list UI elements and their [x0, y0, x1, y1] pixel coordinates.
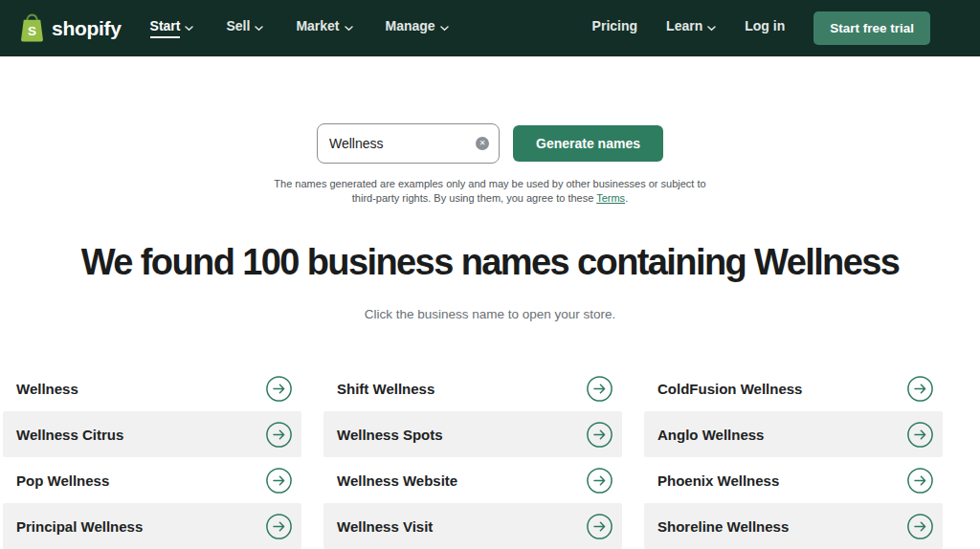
search-box: ✕ [317, 123, 500, 164]
business-name-input[interactable] [329, 136, 476, 151]
nav-item-login[interactable]: Log in [745, 18, 785, 38]
business-name-row[interactable]: Wellness Citrus [3, 411, 301, 457]
business-name-label: Principal Wellness [16, 518, 143, 535]
clear-input-icon[interactable]: ✕ [476, 137, 489, 150]
results-column-2: Shift Wellness Wellness Spots Wellness W… [323, 365, 622, 549]
business-name-label: Wellness Visit [337, 518, 433, 535]
business-name-label: ColdFusion Wellness [657, 381, 802, 397]
business-name-row[interactable]: Pop Wellness [3, 457, 301, 503]
business-name-label: Anglo Wellness [657, 427, 764, 443]
arrow-right-icon[interactable] [587, 376, 612, 402]
business-name-row[interactable]: ColdFusion Wellness [644, 365, 943, 411]
results-column-3: ColdFusion Wellness Anglo Wellness Phoen… [644, 365, 943, 549]
arrow-right-icon[interactable] [907, 422, 933, 448]
business-name-label: Shift Wellness [337, 381, 434, 397]
nav-item-start[interactable]: Start [150, 18, 194, 38]
nav-item-market[interactable]: Market [296, 18, 352, 38]
generate-names-button[interactable]: Generate names [513, 125, 663, 162]
arrow-right-icon[interactable] [907, 514, 933, 539]
business-name-label: Wellness [16, 381, 78, 397]
shopify-logo[interactable]: S shopify [19, 13, 122, 43]
arrow-right-icon[interactable] [587, 514, 612, 539]
arrow-right-icon[interactable] [907, 468, 933, 494]
business-name-label: Wellness Spots [337, 427, 443, 443]
chevron-down-icon [707, 26, 716, 32]
chevron-down-icon [255, 26, 263, 32]
arrow-right-icon[interactable] [587, 422, 612, 448]
shopify-wordmark: shopify [52, 17, 122, 40]
results-subtitle: Click the business name to open your sto… [0, 307, 980, 321]
results-column-1: Wellness Wellness Citrus Pop Wellness Pr… [3, 365, 301, 549]
nav-item-manage[interactable]: Manage [386, 18, 449, 38]
business-name-row[interactable]: Wellness Visit [323, 503, 622, 549]
business-name-label: Wellness Citrus [16, 427, 123, 443]
nav-item-sell[interactable]: Sell [226, 18, 263, 38]
results-grid: Wellness Wellness Citrus Pop Wellness Pr… [3, 365, 980, 549]
chevron-down-icon [345, 26, 353, 32]
arrow-right-icon[interactable] [266, 376, 292, 402]
arrow-right-icon[interactable] [266, 422, 292, 448]
business-name-label: Pop Wellness [16, 472, 109, 489]
business-name-row[interactable]: Anglo Wellness [644, 411, 943, 457]
business-name-label: Shoreline Wellness [657, 518, 789, 535]
arrow-right-icon[interactable] [907, 376, 933, 402]
svg-text:S: S [28, 24, 36, 38]
arrow-right-icon[interactable] [587, 468, 612, 494]
disclaimer-text: The names generated are examples only an… [274, 177, 705, 206]
business-name-row[interactable]: Wellness [3, 365, 301, 411]
nav-item-pricing[interactable]: Pricing [592, 18, 637, 38]
business-name-row[interactable]: Shift Wellness [323, 365, 622, 411]
arrow-right-icon[interactable] [266, 514, 292, 539]
arrow-right-icon[interactable] [266, 468, 292, 494]
business-name-row[interactable]: Phoenix Wellness [644, 457, 943, 503]
business-name-row[interactable]: Shoreline Wellness [644, 503, 943, 549]
business-name-row[interactable]: Wellness Spots [323, 411, 622, 457]
top-navbar: S shopify Start Sell Market Manage Prici… [0, 0, 980, 56]
chevron-down-icon [185, 26, 193, 32]
business-name-label: Phoenix Wellness [657, 472, 779, 489]
name-generator-hero: ✕ Generate names The names generated are… [0, 123, 980, 206]
start-free-trial-button[interactable]: Start free trial [813, 11, 930, 45]
business-name-row[interactable]: Wellness Website [323, 457, 622, 503]
results-section: We found 100 business names containing W… [0, 242, 980, 549]
shopify-bag-icon: S [19, 13, 45, 43]
page-title: We found 100 business names containing W… [0, 242, 980, 283]
search-row: ✕ Generate names [317, 123, 663, 164]
primary-nav: Start Sell Market Manage [150, 18, 449, 38]
chevron-down-icon [440, 26, 449, 32]
business-name-label: Wellness Website [337, 472, 457, 489]
secondary-nav: Pricing Learn Log in Start free trial [592, 11, 930, 45]
nav-item-learn[interactable]: Learn [666, 18, 716, 38]
terms-link[interactable]: Terms [596, 192, 625, 204]
business-name-row[interactable]: Principal Wellness [3, 503, 301, 549]
